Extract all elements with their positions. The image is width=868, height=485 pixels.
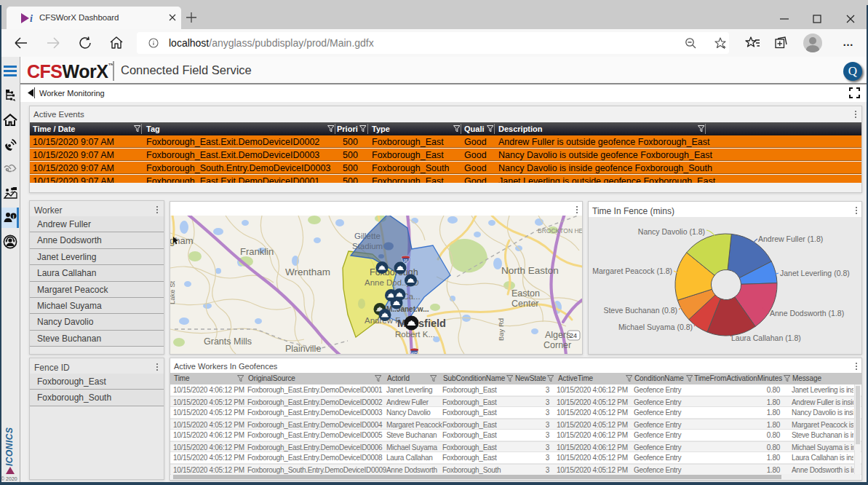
svg-text:Nancy Davolio (1.8): Nancy Davolio (1.8) [638,227,705,236]
svg-text:Franklin: Franklin [240,246,274,257]
svg-text:Bay Rd: Bay Rd [497,318,505,341]
svg-text:i: i [30,13,33,24]
svg-text:Wrentham: Wrentham [285,267,330,277]
svg-text:95: 95 [404,259,408,263]
svg-text:BROCKTON HEIGH: BROCKTON HEIGH [538,227,582,234]
svg-text:Janet Leverling (0.8): Janet Leverling (0.8) [780,269,850,277]
svg-text:Gillette: Gillette [354,232,381,240]
svg-text:Grants Mills: Grants Mills [204,336,252,347]
svg-text:495: 495 [412,352,418,354]
svg-text:Lake St: Lake St [170,280,176,304]
svg-text:Corner: Corner [544,340,571,350]
svg-text:Andrew Fuller (1.8): Andrew Fuller (1.8) [758,234,823,243]
svg-text:Anne Dodsworth (1.8): Anne Dodsworth (1.8) [770,309,844,318]
svg-text:Stadium: Stadium [352,242,383,251]
svg-text:i: i [12,213,14,220]
svg-text:Michael Suyama (0.8): Michael Suyama (0.8) [618,323,693,331]
svg-text:Plainville: Plainville [285,344,321,354]
svg-text:North Easton: North Easton [501,265,559,276]
svg-text:Laura Callahan (1.8): Laura Callahan (1.8) [731,334,801,342]
svg-text:Center: Center [511,299,539,309]
svg-text:Easton: Easton [511,288,540,299]
svg-text:Algers: Algers [545,330,570,340]
svg-text:Robert K...: Robert K... [395,330,435,339]
svg-text:24: 24 [570,332,577,339]
svg-text:Steve Buchanan (0.8): Steve Buchanan (0.8) [603,306,677,315]
svg-text:Margaret Peacock (1.8): Margaret Peacock (1.8) [592,267,672,275]
